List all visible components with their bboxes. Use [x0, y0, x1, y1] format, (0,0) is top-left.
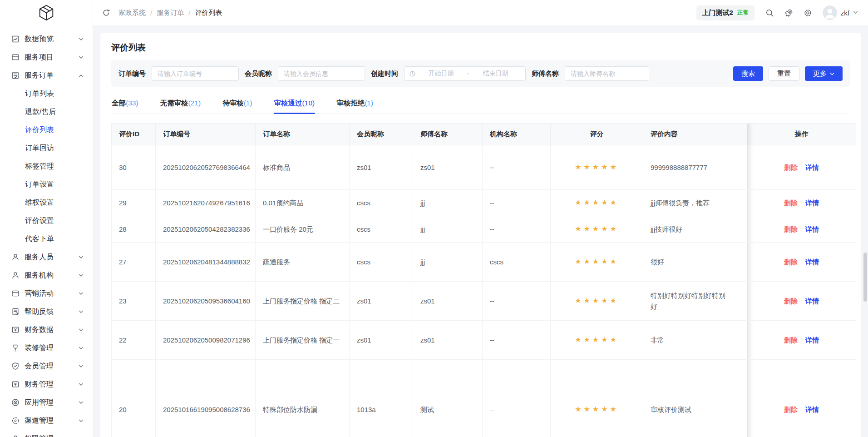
cell-order-no: 20251021620749267951616 — [156, 190, 256, 216]
detail-link[interactable]: 详情 — [805, 199, 819, 207]
cell-member: zs01 — [350, 321, 413, 360]
chevron-down-icon — [830, 70, 834, 78]
sidebar-item-service-org[interactable]: 服务机构 — [0, 266, 93, 284]
cell-master: 测试 — [413, 360, 483, 437]
sidebar-item-label: 会员管理 — [25, 362, 54, 371]
tab-review-approved[interactable]: 审核通过(10) — [274, 94, 316, 114]
date-range-picker[interactable]: 开始日期 - 结束日期 — [404, 66, 526, 81]
sidebar-subitem-refund-aftersale[interactable]: 退款/售后 — [0, 103, 93, 121]
username: zkf — [841, 9, 849, 17]
column-header-order-name: 订单名称 — [256, 124, 350, 145]
search-button[interactable]: 搜索 — [733, 66, 763, 81]
sidebar-subitem-review-settings[interactable]: 评价设置 — [0, 212, 93, 230]
delete-link[interactable]: 删除 — [784, 406, 798, 413]
detail-link[interactable]: 详情 — [805, 164, 819, 171]
search-icon[interactable] — [765, 9, 774, 17]
sidebar-item-application[interactable]: 应用管理 — [0, 393, 93, 412]
end-date-placeholder: 结束日期 — [470, 70, 521, 78]
sidebar-item-service-staff[interactable]: 服务人员 — [0, 248, 93, 266]
sidebar-subitem-order-followup[interactable]: 订单回访 — [0, 139, 93, 157]
cell-member: zs01 — [350, 145, 413, 190]
sidebar-item-label: 数据预览 — [25, 35, 54, 44]
cell-master: zs01 — [413, 282, 483, 321]
delete-link[interactable]: 删除 — [784, 297, 798, 305]
cell-review-id: 28 — [112, 216, 156, 243]
sidebar-subitem-rights-settings[interactable]: 维权设置 — [0, 194, 93, 212]
sidebar-subitem-agent-order[interactable]: 代客下单 — [0, 230, 93, 248]
detail-link[interactable]: 详情 — [805, 297, 819, 305]
tab-pending-review[interactable]: 待审核(1) — [222, 94, 252, 114]
master-name-input[interactable] — [565, 66, 649, 81]
review-table: 评价ID 订单编号 订单名称 会员昵称 师傅名称 机构名称 评分 评价内容 操作 — [111, 123, 850, 437]
cell-content: jjj师傅很负责，推荐 — [643, 190, 737, 216]
cell-content: 审核评价测试 — [643, 360, 737, 437]
sidebar-item-finance-data[interactable]: 财务数据 — [0, 321, 93, 339]
delete-link[interactable]: 删除 — [784, 258, 798, 266]
table-row: 30 20251020620527698366464 标准商品 zs01 zs0… — [112, 145, 856, 190]
created-time-label: 创建时间 — [371, 70, 398, 78]
order-doc-icon — [11, 71, 20, 79]
rating-stars: ★★★★★ — [575, 336, 619, 343]
cell-actions: 删除详情 — [747, 190, 856, 216]
store-selector[interactable]: 上门测试2 正常 — [696, 5, 754, 20]
vertical-scrollbar-thumb[interactable] — [863, 253, 867, 302]
gear-icon[interactable] — [804, 9, 812, 17]
sidebar-item-finance[interactable]: 财务管理 — [0, 375, 93, 393]
sidebar-item-marketing[interactable]: 营销活动 — [0, 284, 93, 303]
app-logo — [0, 0, 93, 28]
cell-order-no: 20251020620500982071296 — [156, 321, 256, 360]
sidebar-subitem-order-list[interactable]: 订单列表 — [0, 84, 93, 103]
sidebar-subitem-order-settings[interactable]: 订单设置 — [0, 175, 93, 194]
main-area: 家政系统 / 服务订单 / 评价列表 上门测试2 正常 zkf — [93, 0, 868, 437]
tab-no-review-needed[interactable]: 无需审核(21) — [160, 94, 202, 114]
detail-link[interactable]: 详情 — [805, 258, 819, 266]
cell-gap — [737, 360, 747, 437]
order-no-input[interactable] — [152, 66, 239, 81]
sidebar-item-member[interactable]: 会员管理 — [0, 357, 93, 375]
refresh-icon[interactable] — [102, 9, 110, 17]
table-row: 23 20251020620509536604160 上门服务指定价格 指定二 … — [112, 282, 856, 321]
sidebar-subitem-tag-management[interactable]: 标签管理 — [0, 157, 93, 175]
sidebar-item-data-overview[interactable]: 数据预览 — [0, 30, 93, 48]
app-root: 数据预览 服务项目 服务订单 订单列表 退款/售后 评价列表 订单回访 标签管理… — [0, 0, 868, 437]
sidebar-item-service-project[interactable]: 服务项目 — [0, 48, 93, 66]
detail-link[interactable]: 详情 — [805, 336, 819, 344]
tab-all[interactable]: 全部(33) — [111, 94, 139, 114]
cell-master: jjj — [413, 190, 483, 216]
breadcrumb-item-service-order[interactable]: 服务订单 — [157, 9, 184, 17]
member-nickname-input[interactable] — [278, 66, 365, 81]
rating-stars: ★★★★★ — [575, 199, 619, 206]
cell-org: -- — [483, 321, 551, 360]
tab-review-rejected[interactable]: 审核拒绝(1) — [336, 94, 374, 114]
cell-review-id: 30 — [112, 145, 156, 190]
reset-button[interactable]: 重置 — [769, 66, 799, 81]
chevron-down-icon — [79, 418, 84, 423]
breadcrumb-item-home-system[interactable]: 家政系统 — [118, 9, 146, 17]
sidebar-subitem-review-list[interactable]: 评价列表 — [0, 121, 93, 139]
chevron-up-icon — [79, 73, 84, 78]
sidebar-item-channel[interactable]: 渠道管理 — [0, 412, 93, 430]
rocket-icon[interactable] — [784, 9, 793, 17]
sidebar-item-permission[interactable]: 权限管理 — [0, 430, 93, 437]
chevron-down-icon — [79, 255, 84, 260]
cell-order-name: 0.01预约商品 — [256, 190, 350, 216]
page-title: 评价列表 — [111, 42, 850, 54]
delete-link[interactable]: 删除 — [784, 164, 798, 171]
cell-order-name: 一口价服务 20元 — [256, 216, 350, 243]
detail-link[interactable]: 详情 — [805, 225, 819, 233]
delete-link[interactable]: 删除 — [784, 199, 798, 207]
column-header-order-no: 订单编号 — [156, 124, 256, 145]
rating-stars: ★★★★★ — [575, 163, 619, 171]
cell-review-id: 22 — [112, 321, 156, 360]
detail-link[interactable]: 详情 — [805, 406, 819, 413]
column-header-gap — [737, 124, 747, 145]
delete-link[interactable]: 删除 — [784, 336, 798, 344]
user-menu[interactable]: zkf — [823, 5, 858, 20]
chevron-down-icon — [79, 309, 84, 314]
cell-order-name: 上门服务指定价格 指定一 — [256, 321, 350, 360]
more-button[interactable]: 更多 — [805, 66, 843, 81]
sidebar-item-service-order[interactable]: 服务订单 — [0, 66, 93, 84]
delete-link[interactable]: 删除 — [784, 225, 798, 233]
sidebar-item-decoration[interactable]: 装修管理 — [0, 339, 93, 357]
sidebar-item-feedback[interactable]: 帮助反馈 — [0, 303, 93, 321]
